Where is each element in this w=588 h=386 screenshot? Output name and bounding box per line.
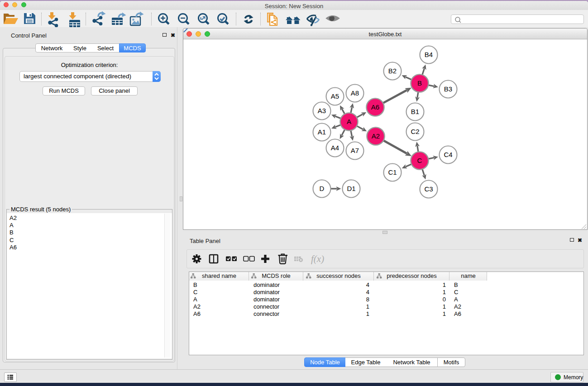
svg-text:A1: A1 <box>318 128 326 136</box>
svg-text:A2: A2 <box>372 132 380 140</box>
svg-text:C2: C2 <box>411 128 419 135</box>
svg-text:A3: A3 <box>318 107 326 114</box>
svg-text:A4: A4 <box>331 144 339 152</box>
svg-text:B1: B1 <box>411 108 419 115</box>
svg-text:B2: B2 <box>388 67 397 75</box>
svg-text:D: D <box>320 185 325 192</box>
svg-text:A6: A6 <box>371 103 379 111</box>
svg-text:f(x): f(x) <box>311 253 324 264</box>
svg-text:A5: A5 <box>331 92 339 100</box>
svg-text:C: C <box>417 157 422 164</box>
svg-text:C4: C4 <box>444 151 452 158</box>
svg-text:A7: A7 <box>351 147 359 154</box>
svg-text:C3: C3 <box>424 185 433 193</box>
svg-text:B: B <box>417 79 422 87</box>
svg-text:D1: D1 <box>347 185 355 192</box>
svg-text:A: A <box>347 118 351 125</box>
svg-text:B4: B4 <box>425 51 433 58</box>
svg-text:C1: C1 <box>388 168 397 176</box>
svg-text:A8: A8 <box>351 89 359 97</box>
svg-text:B3: B3 <box>444 85 452 93</box>
